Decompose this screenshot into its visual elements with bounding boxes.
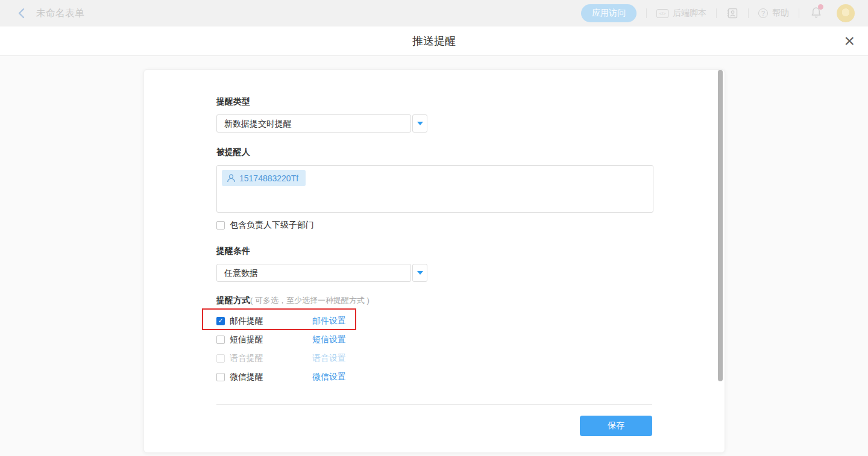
reminder-method-hint: ( 可多选，至少选择一种提醒方式 ) xyxy=(250,296,370,305)
wechat-reminder-checkbox[interactable]: ✓ xyxy=(216,373,225,381)
notified-person-label: 被提醒人 xyxy=(216,147,652,157)
divider xyxy=(646,8,647,18)
email-settings-link[interactable]: 邮件设置 xyxy=(312,316,346,326)
email-reminder-label: 邮件提醒 xyxy=(230,316,312,326)
user-avatar[interactable] xyxy=(837,4,855,22)
voice-settings-link: 语音设置 xyxy=(312,353,346,364)
backend-script-button[interactable]: </> 后端脚本 xyxy=(656,8,706,19)
app-access-button[interactable]: 应用访问 xyxy=(581,4,637,22)
reminder-condition-select[interactable]: 任意数据 xyxy=(216,264,427,282)
contacts-icon[interactable] xyxy=(726,7,738,19)
method-row-sms: ✓ 短信提醒 短信设置 xyxy=(216,334,652,345)
divider xyxy=(799,8,799,18)
voice-reminder-label: 语音提醒 xyxy=(230,353,312,364)
help-button[interactable]: ? 帮助 xyxy=(758,8,789,19)
dropdown-trigger[interactable] xyxy=(412,114,427,133)
method-row-voice: ✓ 语音提醒 语音设置 xyxy=(216,353,652,363)
method-row-wechat: ✓ 微信提醒 微信设置 xyxy=(216,372,652,382)
person-icon xyxy=(227,173,236,183)
backend-script-label: 后端脚本 xyxy=(673,8,706,19)
dropdown-trigger[interactable] xyxy=(412,264,427,282)
person-tag[interactable]: 15174883220Tf xyxy=(222,170,306,186)
sms-reminder-checkbox[interactable]: ✓ xyxy=(216,336,225,344)
reminder-type-value[interactable]: 新数据提交时提醒 xyxy=(216,114,411,133)
reminder-condition-label: 提醒条件 xyxy=(216,246,652,256)
reminder-condition-value[interactable]: 任意数据 xyxy=(216,264,411,282)
reminder-method-title: 提醒方式 xyxy=(216,295,250,305)
sms-settings-link[interactable]: 短信设置 xyxy=(312,334,346,345)
divider xyxy=(216,404,652,405)
reminder-type-select[interactable]: 新数据提交时提醒 xyxy=(216,114,427,133)
help-label: 帮助 xyxy=(772,8,789,19)
code-icon: </> xyxy=(656,9,668,18)
wechat-settings-link[interactable]: 微信设置 xyxy=(312,372,346,383)
notified-person-input[interactable]: 15174883220Tf xyxy=(216,165,653,213)
include-subdept-label: 包含负责人下级子部门 xyxy=(230,220,314,231)
chevron-down-icon xyxy=(417,271,423,275)
topbar: 未命名表单 应用访问 </> 后端脚本 ? 帮助 xyxy=(0,0,868,27)
dialog-header: 推送提醒 × xyxy=(0,27,868,56)
topbar-actions: 应用访问 </> 后端脚本 ? 帮助 xyxy=(581,4,855,22)
include-subdept-row: ✓ 包含负责人下级子部门 xyxy=(216,220,652,231)
save-button[interactable]: 保存 xyxy=(580,416,652,436)
notification-badge xyxy=(818,4,823,10)
reminder-method-label: 提醒方式( 可多选，至少选择一种提醒方式 ) xyxy=(216,295,652,305)
notification-bell-button[interactable] xyxy=(810,6,822,21)
sms-reminder-label: 短信提醒 xyxy=(230,334,312,345)
chevron-down-icon xyxy=(417,122,423,125)
include-subdept-checkbox[interactable]: ✓ xyxy=(216,221,225,230)
dialog-body: 提醒类型 新数据提交时提醒 被提醒人 15174883220Tf ✓ 包含负责人… xyxy=(0,56,868,456)
email-reminder-checkbox[interactable]: ✓ xyxy=(216,317,225,325)
reminder-type-label: 提醒类型 xyxy=(216,96,652,107)
divider xyxy=(748,8,749,18)
voice-reminder-checkbox: ✓ xyxy=(216,354,225,363)
back-chevron-icon[interactable] xyxy=(16,7,28,19)
close-icon[interactable]: × xyxy=(844,30,855,52)
settings-card: 提醒类型 新数据提交时提醒 被提醒人 15174883220Tf ✓ 包含负责人… xyxy=(143,69,725,453)
form-title: 未命名表单 xyxy=(36,7,84,20)
dialog-title: 推送提醒 xyxy=(412,34,456,48)
divider xyxy=(716,8,717,18)
wechat-reminder-label: 微信提醒 xyxy=(230,372,312,383)
scrollbar-thumb[interactable] xyxy=(718,70,723,381)
help-icon: ? xyxy=(758,8,768,18)
method-row-email: ✓ 邮件提醒 邮件设置 xyxy=(216,316,652,326)
person-tag-text: 15174883220Tf xyxy=(239,173,298,183)
save-row: 保存 xyxy=(216,416,652,436)
